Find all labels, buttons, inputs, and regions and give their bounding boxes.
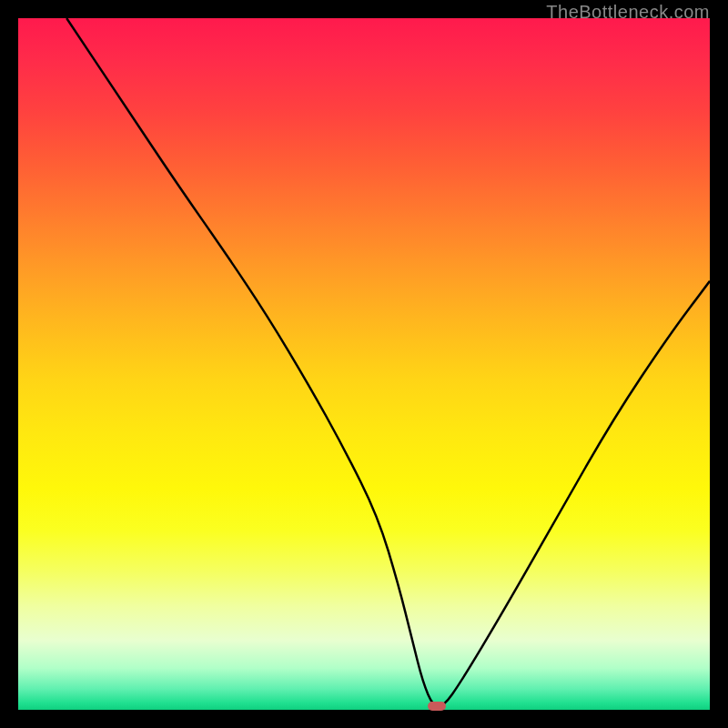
chart-container: TheBottleneck.com [0,0,728,728]
watermark-text: TheBottleneck.com [546,2,710,23]
bottleneck-curve [18,18,710,710]
minimum-marker [428,702,446,711]
curve-path [66,18,710,706]
plot-area [18,18,710,710]
